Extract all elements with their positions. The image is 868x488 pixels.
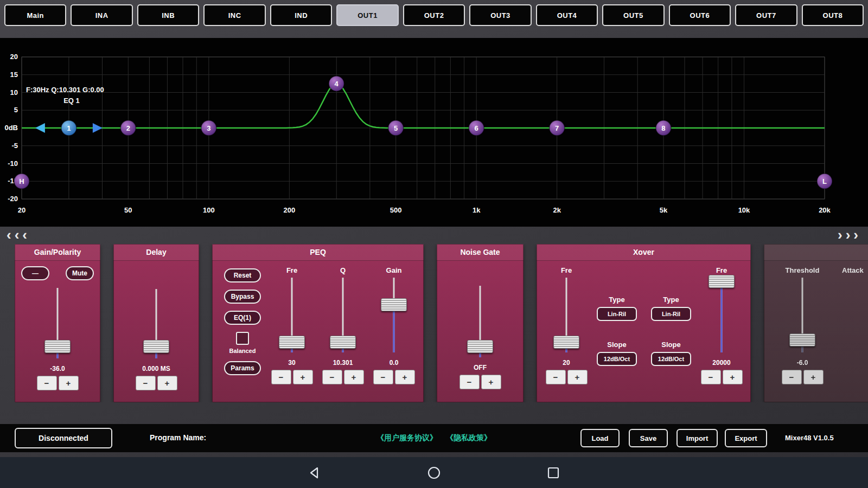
- peq-fre-minus-button[interactable]: −: [271, 370, 291, 384]
- tab-main[interactable]: Main: [4, 4, 66, 26]
- tab-ind[interactable]: IND: [270, 4, 332, 26]
- xover-hpf-slope-button[interactable]: 12dB/Oct: [597, 352, 637, 366]
- xover-lpf-slider[interactable]: [709, 278, 735, 352]
- peq-reset-button[interactable]: Reset: [224, 268, 261, 282]
- xover-lpf-minus-button[interactable]: −: [701, 370, 721, 384]
- back-icon[interactable]: [308, 466, 322, 480]
- peq-q-minus-button[interactable]: −: [322, 370, 342, 384]
- y-tick: 5: [14, 106, 18, 114]
- noise-gate-plus-button[interactable]: +: [481, 375, 501, 389]
- panel-noise-gate: Noise Gate OFF − +: [437, 244, 524, 402]
- import-button[interactable]: Import: [676, 429, 718, 447]
- tab-out2[interactable]: OUT2: [403, 4, 465, 26]
- y-tick: 0dB: [4, 124, 18, 132]
- panel-peq: PEQ Reset Bypass EQ(1) Balanced Params F…: [212, 244, 424, 402]
- tab-out3[interactable]: OUT3: [469, 4, 531, 26]
- bottom-bar: Disconnected Program Name: 《用户服务协议》 《隐私政…: [0, 424, 868, 452]
- xover-lpf-type-button[interactable]: Lin-Ril: [651, 307, 691, 321]
- tab-ina[interactable]: INA: [71, 4, 132, 26]
- gain-plus-button[interactable]: +: [59, 376, 79, 390]
- peq-fre-label: Fre: [286, 266, 297, 274]
- mute-button[interactable]: Mute: [66, 266, 94, 280]
- delay-minus-button[interactable]: −: [136, 376, 156, 390]
- xover-lpf-plus-button[interactable]: +: [723, 370, 743, 384]
- peq-gain-slider[interactable]: [381, 278, 407, 352]
- tab-inc[interactable]: INC: [203, 4, 265, 26]
- peq-q-plus-button[interactable]: +: [344, 370, 364, 384]
- eq-curve: [22, 84, 825, 128]
- svg-text:4: 4: [335, 80, 339, 88]
- tab-out7[interactable]: OUT7: [735, 4, 797, 26]
- xover-hpf-minus-button[interactable]: −: [546, 370, 566, 384]
- noise-gate-slider[interactable]: [467, 286, 493, 357]
- panel-title: Noise Gate: [437, 244, 524, 261]
- gain-slider[interactable]: [44, 288, 71, 358]
- eq-node-4[interactable]: 4: [329, 76, 344, 91]
- eq-node-2[interactable]: 2: [120, 120, 136, 136]
- eq-node-L[interactable]: L: [817, 174, 832, 189]
- eq-node-H[interactable]: H: [14, 174, 29, 189]
- eq-node-7[interactable]: 7: [550, 120, 565, 136]
- home-icon[interactable]: [427, 466, 441, 480]
- eq-node-8[interactable]: 8: [656, 120, 671, 136]
- panels-scroll-left[interactable]: ‹‹‹: [7, 228, 30, 242]
- tab-out1[interactable]: OUT1: [336, 4, 398, 26]
- panels-scroll-right[interactable]: ›››: [838, 228, 861, 242]
- delay-slider[interactable]: [143, 289, 169, 358]
- xover-hpf-slider[interactable]: [553, 278, 579, 352]
- panel-title: Gain/Polarity: [15, 244, 100, 261]
- peq-balanced-checkbox[interactable]: [236, 332, 249, 345]
- peq-bypass-button[interactable]: Bypass: [224, 290, 261, 304]
- save-button[interactable]: Save: [629, 429, 668, 447]
- tab-inb[interactable]: INB: [137, 4, 199, 26]
- peq-gain-plus-button[interactable]: +: [395, 370, 415, 384]
- polarity-button[interactable]: —: [21, 266, 49, 280]
- limiter-attack-label: Attack: [842, 266, 864, 274]
- limiter-threshold-slider[interactable]: [789, 278, 815, 352]
- noise-gate-minus-button[interactable]: −: [459, 375, 480, 389]
- eq-node-6[interactable]: 6: [469, 120, 484, 136]
- peq-fre-value: 30: [288, 359, 295, 367]
- delay-plus-button[interactable]: +: [157, 376, 177, 390]
- privacy-policy-link[interactable]: 《隐私政策》: [446, 433, 492, 442]
- eq-graph-svg[interactable]: 20151050dB-5-10-15-2020501002005001k2k5k…: [0, 38, 868, 227]
- tab-out6[interactable]: OUT6: [669, 4, 731, 26]
- svg-text:1: 1: [67, 124, 71, 132]
- x-tick: 20: [18, 206, 25, 214]
- y-tick: -10: [8, 159, 18, 168]
- xover-hpf-type-button[interactable]: Lin-Ril: [597, 307, 637, 321]
- gain-minus-button[interactable]: −: [37, 376, 57, 390]
- peq-gain-minus-button[interactable]: −: [373, 370, 393, 384]
- xover-hpf-plus-button[interactable]: +: [567, 370, 588, 384]
- peq-q-slider[interactable]: [330, 278, 356, 352]
- node-right-arrow[interactable]: [93, 123, 103, 133]
- peq-eq-select-button[interactable]: EQ(1): [224, 311, 261, 325]
- xover-hpf-fre-label: Fre: [561, 266, 572, 274]
- peq-fre-slider[interactable]: [279, 278, 305, 352]
- export-button[interactable]: Export: [725, 429, 767, 447]
- eq-graph[interactable]: 20151050dB-5-10-15-2020501002005001k2k5k…: [0, 38, 868, 227]
- panel-title: Delay: [113, 244, 199, 261]
- limiter-threshold-minus-button[interactable]: −: [782, 370, 802, 384]
- xover-lpf-slope-button[interactable]: 12dB/Oct: [651, 352, 691, 366]
- peq-params-button[interactable]: Params: [224, 361, 261, 375]
- limiter-threshold-plus-button[interactable]: +: [803, 370, 824, 384]
- eq-node-3[interactable]: 3: [201, 120, 216, 136]
- peq-fre-plus-button[interactable]: +: [293, 370, 313, 384]
- svg-text:L: L: [822, 177, 827, 185]
- eq-node-5[interactable]: 5: [388, 120, 404, 136]
- tab-out8[interactable]: OUT8: [802, 4, 864, 26]
- peq-balanced-label: Balanced: [229, 348, 256, 354]
- panel-xover: Xover Fre 20 − + Type Lin-Ril Slope 12dB…: [537, 244, 751, 402]
- tab-out5[interactable]: OUT5: [602, 4, 664, 26]
- eq-node-1[interactable]: 1: [61, 120, 76, 136]
- xover-hpf-type-label: Type: [609, 296, 624, 304]
- load-button[interactable]: Load: [580, 429, 620, 447]
- node-left-arrow[interactable]: [35, 123, 45, 133]
- x-tick: 50: [124, 206, 132, 214]
- panel-strip: Gain/Polarity — Mute -36.0 − + Delay 0.0…: [15, 244, 868, 402]
- tab-out4[interactable]: OUT4: [536, 4, 598, 26]
- tab-bar: MainINAINBINCINDOUT1OUT2OUT3OUT4OUT5OUT6…: [4, 4, 864, 27]
- recents-icon[interactable]: [546, 466, 560, 480]
- user-agreement-link[interactable]: 《用户服务协议》: [376, 433, 437, 442]
